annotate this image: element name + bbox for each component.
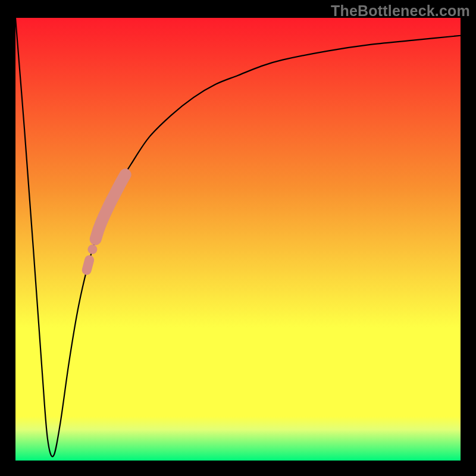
chart-svg [0, 0, 476, 476]
plot-background [15, 18, 461, 461]
highlight-segment [87, 260, 89, 270]
chart-container: TheBottleneck.com [0, 0, 476, 476]
highlight-dot [87, 245, 97, 254]
watermark-text: TheBottleneck.com [331, 2, 470, 20]
